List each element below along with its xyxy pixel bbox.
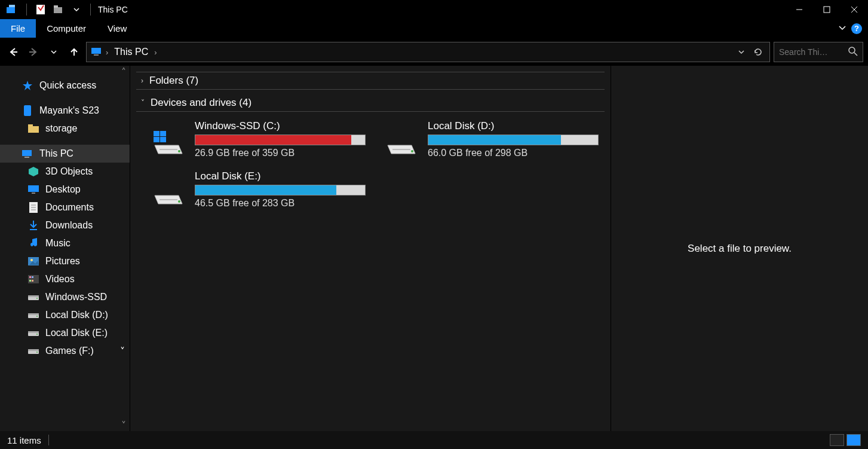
svg-rect-6 bbox=[824, 7, 830, 13]
group-header-drives[interactable]: ˅ Devices and drives (4) bbox=[136, 94, 605, 112]
sidebar-item-label: Videos bbox=[45, 274, 75, 285]
content-pane: › Folders (7) ˅ Devices and drives (4) W… bbox=[130, 66, 611, 431]
close-button[interactable] bbox=[841, 0, 868, 19]
group-header-folders[interactable]: › Folders (7) bbox=[136, 72, 605, 90]
svg-point-45 bbox=[36, 334, 38, 335]
svg-rect-17 bbox=[28, 126, 39, 133]
sidebar-item-storage[interactable]: storage bbox=[0, 120, 130, 138]
music-icon bbox=[27, 238, 39, 249]
sidebar-item-music[interactable]: Music bbox=[0, 234, 130, 252]
ribbon-collapse-icon[interactable] bbox=[838, 23, 846, 34]
drive-item[interactable]: Local Disk (D:)66.0 GB free of 298 GB bbox=[380, 117, 601, 162]
navigation-row: › This PC › bbox=[0, 38, 868, 66]
svg-rect-41 bbox=[28, 313, 39, 315]
svg-rect-35 bbox=[29, 280, 31, 282]
svg-marker-21 bbox=[29, 167, 38, 176]
svg-rect-47 bbox=[28, 349, 39, 351]
sidebar-item-this-pc[interactable]: This PC bbox=[0, 145, 130, 163]
svg-rect-18 bbox=[28, 124, 33, 127]
view-tiles-button[interactable] bbox=[846, 434, 861, 446]
drive-status: 66.0 GB free of 298 GB bbox=[428, 148, 599, 158]
sidebar-item-videos[interactable]: Videos bbox=[0, 270, 130, 288]
drive-name: Windows-SSD (C:) bbox=[195, 120, 366, 132]
address-bar[interactable]: › This PC › bbox=[86, 42, 770, 62]
svg-rect-44 bbox=[28, 331, 39, 333]
document-icon bbox=[27, 202, 39, 213]
status-bar: 11 items bbox=[0, 431, 868, 449]
chevron-down-icon[interactable]: ˅ bbox=[120, 346, 125, 357]
sidebar-item-downloads[interactable]: Downloads bbox=[0, 216, 130, 234]
drive-icon bbox=[27, 310, 39, 320]
sidebar-item-label: Mayank's S23 bbox=[39, 105, 99, 116]
address-dropdown-icon[interactable] bbox=[734, 44, 749, 60]
sidebar-item-mayank-s-s23[interactable]: Mayank's S23 bbox=[0, 102, 130, 120]
sidebar-item-local-disk-e-[interactable]: Local Disk (E:) bbox=[0, 324, 130, 342]
svg-point-13 bbox=[849, 47, 855, 53]
chevron-down-icon: ˅ bbox=[141, 99, 145, 107]
sidebar-item-pictures[interactable]: Pictures bbox=[0, 252, 130, 270]
back-button[interactable] bbox=[5, 44, 22, 60]
svg-marker-15 bbox=[23, 81, 32, 90]
recent-locations-button[interactable] bbox=[45, 44, 62, 60]
breadcrumb-segment[interactable]: This PC bbox=[111, 47, 152, 57]
svg-rect-0 bbox=[7, 7, 15, 13]
qat-newfolder-icon[interactable] bbox=[51, 2, 66, 17]
sidebar-item-label: Music bbox=[45, 238, 70, 249]
sidebar-item-windows-ssd[interactable]: Windows-SSD bbox=[0, 288, 130, 306]
maximize-button[interactable] bbox=[813, 0, 841, 19]
drive-usage-bar bbox=[195, 185, 366, 196]
up-button[interactable] bbox=[66, 44, 82, 60]
sidebar-item-desktop[interactable]: Desktop bbox=[0, 181, 130, 198]
ribbon-tab-view[interactable]: View bbox=[97, 19, 137, 38]
view-details-button[interactable] bbox=[830, 434, 844, 446]
drive-item[interactable]: Windows-SSD (C:)26.9 GB free of 359 GB bbox=[147, 117, 368, 162]
ribbon-tab-computer[interactable]: Computer bbox=[36, 19, 97, 38]
folder-icon bbox=[27, 123, 39, 134]
drive-item[interactable]: Local Disk (E:)46.5 GB free of 283 GB bbox=[147, 167, 368, 212]
minimize-button[interactable] bbox=[786, 0, 813, 19]
svg-point-48 bbox=[36, 352, 38, 353]
sidebar-item-label: Documents bbox=[45, 202, 94, 213]
sidebar-item-documents[interactable]: Documents bbox=[0, 198, 130, 216]
drive-status: 46.5 GB free of 283 GB bbox=[195, 198, 366, 209]
pictures-icon bbox=[27, 256, 39, 267]
titlebar: This PC bbox=[0, 0, 868, 19]
svg-point-51 bbox=[178, 150, 180, 152]
svg-rect-54 bbox=[154, 137, 160, 142]
window-title: This PC bbox=[94, 5, 128, 14]
scroll-up-icon[interactable]: ˄ bbox=[119, 67, 128, 77]
svg-point-58 bbox=[411, 150, 413, 152]
sidebar-item-label: Games (F:) bbox=[45, 346, 94, 356]
svg-rect-38 bbox=[28, 295, 39, 297]
refresh-icon[interactable] bbox=[750, 44, 766, 60]
chevron-right-icon[interactable]: › bbox=[152, 48, 159, 57]
svg-line-14 bbox=[854, 53, 857, 56]
sidebar-item-local-disk-d-[interactable]: Local Disk (D:) bbox=[0, 306, 130, 324]
ribbon-tab-file[interactable]: File bbox=[0, 19, 36, 38]
star-icon bbox=[22, 80, 33, 91]
chevron-right-icon[interactable]: › bbox=[103, 48, 111, 57]
svg-rect-4 bbox=[54, 5, 58, 8]
desktop-icon bbox=[27, 184, 39, 195]
search-box[interactable] bbox=[774, 42, 863, 62]
sidebar-item-quick-access[interactable]: Quick access bbox=[0, 77, 130, 94]
scroll-down-icon[interactable]: ˅ bbox=[119, 420, 128, 430]
svg-rect-50 bbox=[160, 149, 177, 150]
sidebar-item-label: Desktop bbox=[45, 184, 81, 195]
drive-icon bbox=[27, 328, 39, 338]
navigation-pane: ˄ Quick accessMayank's S23storageThis PC… bbox=[0, 66, 130, 431]
svg-rect-19 bbox=[22, 150, 32, 156]
drive-icon bbox=[382, 120, 421, 158]
svg-rect-12 bbox=[94, 54, 99, 56]
sidebar-item-3d-objects[interactable]: 3D Objects bbox=[0, 163, 130, 181]
svg-point-42 bbox=[36, 316, 38, 317]
help-icon[interactable]: ? bbox=[851, 23, 862, 34]
qat-dropdown-icon[interactable] bbox=[69, 2, 84, 17]
sidebar-item-label: Windows-SSD bbox=[45, 292, 107, 303]
forward-button[interactable] bbox=[25, 44, 42, 60]
sidebar-item-games-f-[interactable]: Games (F:)˅ bbox=[0, 342, 130, 360]
svg-rect-34 bbox=[32, 276, 33, 278]
qat-properties-icon[interactable] bbox=[33, 2, 48, 17]
search-input[interactable] bbox=[779, 47, 844, 57]
search-icon[interactable] bbox=[848, 47, 858, 58]
